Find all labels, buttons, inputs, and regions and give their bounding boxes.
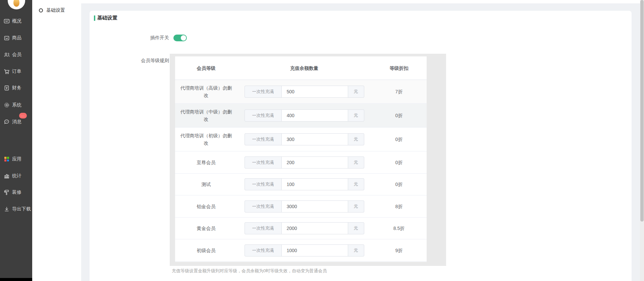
recharge-input-group: 一次性充满元 <box>245 178 364 190</box>
discount-cell: 9折 <box>371 239 427 261</box>
sidebar-item-label: 会员 <box>12 52 21 58</box>
discount-cell: 7折 <box>371 80 427 103</box>
recharge-amount-input[interactable] <box>281 244 348 256</box>
sidebar-item-goods[interactable]: 商品 <box>4 34 21 42</box>
sidebar-item-export-download[interactable]: 导出下载 <box>4 205 31 213</box>
avatar[interactable] <box>8 0 25 9</box>
finance-icon <box>4 85 10 91</box>
sidebar-item-label: 消息 <box>12 119 21 125</box>
primary-sidebar: 概况 商品 会员 订单 财务 系统 消息 ... 应用 统计 装修 导出下载 <box>0 0 32 281</box>
table-row: 初级会员 一次性充满元 9折 <box>175 239 427 262</box>
column-header-discount: 等级折扣 <box>371 56 427 80</box>
overview-icon <box>4 18 10 24</box>
member-level-cell: 至尊会员 <box>175 151 237 173</box>
sidebar-item-message[interactable]: 消息 <box>4 118 21 126</box>
member-level-cell: 黄金会员 <box>175 218 237 239</box>
sidebar-item-finance[interactable]: 财务 <box>4 84 21 92</box>
sidebar-item-orders[interactable]: 订单 <box>4 68 21 75</box>
rules-hint-text: 充值等级设置金额升级到对应等级，会员余额为0时等级失效，自动变为普通会员 <box>172 268 327 274</box>
recharge-amount-input[interactable] <box>281 133 348 145</box>
recharge-amount-input[interactable] <box>281 222 348 234</box>
discount-cell: 8.5折 <box>371 218 427 239</box>
plugin-switch-label: 插件开关 <box>119 35 169 41</box>
sidebar-item-stats[interactable]: 统计 <box>4 172 21 180</box>
sidebar-item-apps[interactable]: 应用 <box>4 155 21 163</box>
sidebar-item-label: 订单 <box>12 68 21 75</box>
members-icon <box>4 52 10 58</box>
download-icon <box>4 206 10 212</box>
table-row: 代理商培训（高级）勿删改 一次性充满元 7折 <box>175 80 427 104</box>
input-append-label: 元 <box>348 200 364 213</box>
input-append-label: 元 <box>348 86 364 98</box>
decorate-icon <box>4 189 10 195</box>
stats-icon <box>4 173 10 179</box>
member-level-cell: 代理商培训（中级）勿删改 <box>175 104 237 127</box>
recharge-input-group: 一次性充满元 <box>245 200 364 213</box>
sidebar-item-label: 财务 <box>12 85 21 91</box>
column-header-amount: 充值余额数量 <box>237 56 371 80</box>
secondary-sidebar: 基础设置 <box>32 3 81 281</box>
plugin-switch-toggle[interactable] <box>173 35 187 41</box>
subnav-item-basic-settings[interactable]: 基础设置 <box>39 7 65 14</box>
table-row: 代理商培训（初级）勿删改 一次性充满元 0折 <box>175 128 427 151</box>
settings-card: 基础设置 插件开关 会员等级规则 会员等级 充值余额数量 等级折扣 代理商培训（… <box>90 11 632 281</box>
recharge-input-group: 一次性充满元 <box>245 222 364 234</box>
input-prepend-label: 一次性充满 <box>245 86 281 98</box>
discount-cell: 8折 <box>371 195 427 217</box>
member-level-cell: 初级会员 <box>175 239 237 261</box>
sidebar-item-label: 应用 <box>12 156 21 162</box>
recharge-amount-input[interactable] <box>281 156 348 169</box>
table-row: 铂金会员 一次性充满元 8折 <box>175 195 427 218</box>
orders-icon <box>4 68 10 75</box>
sidebar-item-label: 导出下载 <box>12 206 31 212</box>
input-append-label: 元 <box>348 109 364 122</box>
title-accent-bar <box>94 15 95 21</box>
recharge-input-group: 一次性充满元 <box>245 156 364 169</box>
table-row: 测试 一次性充满元 0折 <box>175 174 427 195</box>
table-header-row: 会员等级 充值余额数量 等级折扣 <box>175 56 427 80</box>
avatar-image <box>13 0 19 7</box>
top-strip <box>32 0 644 3</box>
message-icon <box>4 119 10 125</box>
toggle-knob <box>181 35 186 41</box>
message-badge: ... <box>19 113 27 119</box>
input-append-label: 元 <box>348 178 364 190</box>
input-append-label: 元 <box>348 156 364 169</box>
recharge-input-group: 一次性充满元 <box>245 244 364 256</box>
table-row: 代理商培训（中级）勿删改 一次性充满元 0折 <box>175 104 427 128</box>
recharge-amount-input[interactable] <box>281 200 348 213</box>
sidebar-item-members[interactable]: 会员 <box>4 51 21 58</box>
input-append-label: 元 <box>348 133 364 145</box>
input-prepend-label: 一次性充满 <box>245 156 281 169</box>
discount-cell: 0折 <box>371 151 427 173</box>
input-append-label: 元 <box>348 244 364 256</box>
input-prepend-label: 一次性充满 <box>245 133 281 145</box>
sidebar-item-overview[interactable]: 概况 <box>4 17 21 25</box>
subnav-item-label: 基础设置 <box>46 7 65 13</box>
member-level-cell: 铂金会员 <box>175 195 237 217</box>
member-level-cell: 代理商培训（高级）勿删改 <box>175 80 237 103</box>
table-row: 至尊会员 一次性充满元 0折 <box>175 151 427 174</box>
table-row: 黄金会员 一次性充满元 8.5折 <box>175 218 427 239</box>
input-prepend-label: 一次性充满 <box>245 178 281 190</box>
recharge-amount-input[interactable] <box>281 109 348 122</box>
system-icon <box>4 102 10 108</box>
sidebar-bottom-strip <box>0 278 32 281</box>
sidebar-item-system[interactable]: 系统 <box>4 101 21 109</box>
sidebar-item-label: 概况 <box>12 18 21 24</box>
recharge-amount-input[interactable] <box>281 86 348 98</box>
page-scrollbar-thumb[interactable] <box>640 0 644 222</box>
apps-icon <box>4 156 10 162</box>
sidebar-item-decorate[interactable]: 装修 <box>4 189 21 196</box>
input-append-label: 元 <box>348 222 364 234</box>
recharge-amount-input[interactable] <box>281 178 348 190</box>
column-header-level: 会员等级 <box>175 56 237 80</box>
page-scrollbar-track[interactable] <box>640 0 644 281</box>
member-rules-table: 会员等级 充值余额数量 等级折扣 代理商培训（高级）勿删改 一次性充满元 7折 … <box>175 56 427 262</box>
sidebar-item-label: 系统 <box>12 102 21 108</box>
discount-cell: 0折 <box>371 174 427 195</box>
sidebar-item-label: 商品 <box>12 35 21 41</box>
input-prepend-label: 一次性充满 <box>245 200 281 213</box>
input-prepend-label: 一次性充满 <box>245 109 281 122</box>
goods-icon <box>4 35 10 41</box>
